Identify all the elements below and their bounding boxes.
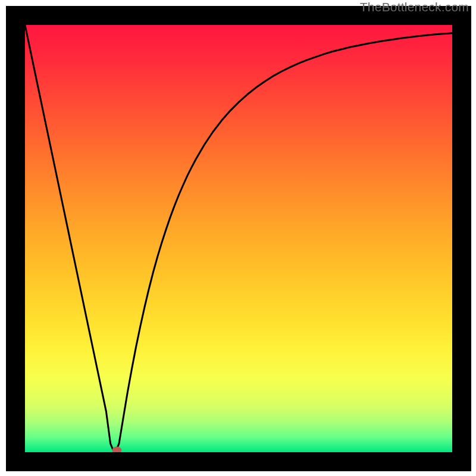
plot-area: [25, 25, 452, 452]
plot-outer-black-border: [6, 6, 471, 471]
chart-svg: [25, 25, 452, 452]
watermark-text: TheBottleneck.com: [360, 0, 469, 14]
chart-frame: TheBottleneck.com: [0, 0, 476, 476]
gradient-background: [25, 25, 452, 452]
